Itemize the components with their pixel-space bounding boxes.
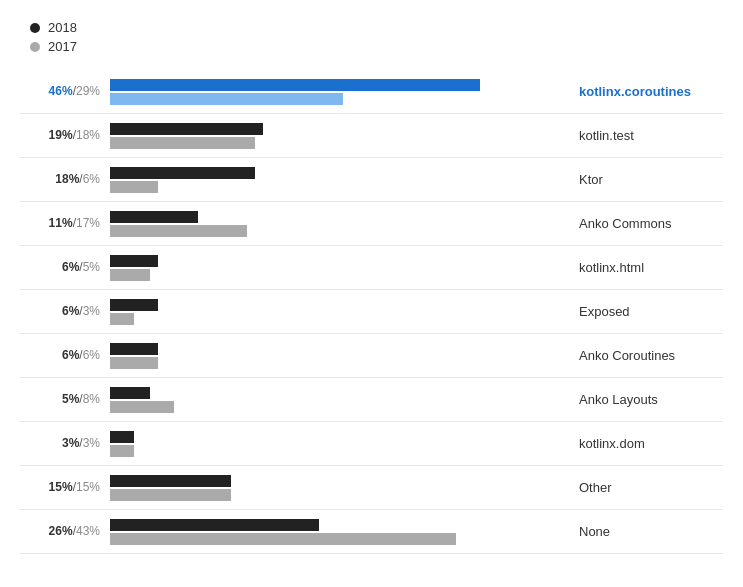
row-anko-layouts-bar-2018 [110, 387, 563, 399]
legend-2017-dot [30, 42, 40, 52]
row-kotlinx-dom-fill-2017 [110, 445, 134, 457]
row-none-label: 26%/43% [20, 524, 110, 538]
row-anko-layouts-fill-2017 [110, 401, 174, 413]
row-coroutines-fill-2017 [110, 93, 343, 105]
row-anko-commons-bar-2018 [110, 211, 563, 223]
row-anko-commons-bar-2017 [110, 225, 563, 237]
row-exposed-name: Exposed [563, 304, 723, 319]
row-coroutines-label: 46%/29% [20, 84, 110, 98]
row-anko-layouts-label: 5%/8% [20, 392, 110, 406]
row-kotlinx-dom-bar-2018 [110, 431, 563, 443]
row-anko-layouts-name: Anko Layouts [563, 392, 723, 407]
row-anko-coroutines-label: 6%/6% [20, 348, 110, 362]
row-kotlinx-html: 6%/5%kotlinx.html [20, 246, 723, 290]
row-none-bars [110, 510, 563, 553]
row-anko-coroutines-name: Anko Coroutines [563, 348, 723, 363]
row-ktor-label: 18%/6% [20, 172, 110, 186]
row-coroutines-bars [110, 70, 563, 113]
row-other-label: 15%/15% [20, 480, 110, 494]
legend-2018-dot [30, 23, 40, 33]
row-kotlin-test-bar-2018 [110, 123, 563, 135]
row-ktor-bar-2018 [110, 167, 563, 179]
row-ktor-fill-2017 [110, 181, 158, 193]
row-anko-layouts-bar-2017 [110, 401, 563, 413]
row-other-bar-2018 [110, 475, 563, 487]
row-none: 26%/43%None [20, 510, 723, 554]
row-kotlinx-dom-label: 3%/3% [20, 436, 110, 450]
legend-2018: 2018 [30, 20, 723, 35]
row-other-fill-2018 [110, 475, 231, 487]
row-kotlinx-html-bar-2018 [110, 255, 563, 267]
row-coroutines-fill-2018 [110, 79, 480, 91]
row-none-fill-2018 [110, 519, 319, 531]
row-kotlinx-html-name: kotlinx.html [563, 260, 723, 275]
row-anko-layouts-bars [110, 378, 563, 421]
row-kotlinx-dom-bars [110, 422, 563, 465]
row-kotlinx-html-label: 6%/5% [20, 260, 110, 274]
row-anko-coroutines-fill-2018 [110, 343, 158, 355]
legend-2017-label: 2017 [48, 39, 77, 54]
row-other-fill-2017 [110, 489, 231, 501]
row-none-bar-2017 [110, 533, 563, 545]
row-anko-commons-fill-2018 [110, 211, 198, 223]
row-kotlinx-html-fill-2018 [110, 255, 158, 267]
legend-2017: 2017 [30, 39, 723, 54]
row-anko-commons-label: 11%/17% [20, 216, 110, 230]
row-kotlinx-html-bars [110, 246, 563, 289]
row-coroutines-name: kotlinx.coroutines [563, 84, 723, 99]
row-other-bar-2017 [110, 489, 563, 501]
row-none-bar-2018 [110, 519, 563, 531]
row-kotlinx-dom-bar-2017 [110, 445, 563, 457]
row-kotlinx-dom-name: kotlinx.dom [563, 436, 723, 451]
row-anko-coroutines-bar-2017 [110, 357, 563, 369]
row-anko-layouts: 5%/8%Anko Layouts [20, 378, 723, 422]
row-ktor-fill-2018 [110, 167, 255, 179]
row-kotlin-test-fill-2018 [110, 123, 263, 135]
row-ktor-bars [110, 158, 563, 201]
row-anko-commons: 11%/17%Anko Commons [20, 202, 723, 246]
row-kotlin-test-fill-2017 [110, 137, 255, 149]
row-kotlin-test: 19%/18%kotlin.test [20, 114, 723, 158]
row-coroutines: 46%/29%kotlinx.coroutines [20, 70, 723, 114]
row-kotlin-test-name: kotlin.test [563, 128, 723, 143]
row-kotlinx-dom-fill-2018 [110, 431, 134, 443]
row-none-name: None [563, 524, 723, 539]
row-none-fill-2017 [110, 533, 456, 545]
row-anko-coroutines-bar-2018 [110, 343, 563, 355]
row-exposed-bars [110, 290, 563, 333]
row-anko-coroutines-bars [110, 334, 563, 377]
row-anko-coroutines-fill-2017 [110, 357, 158, 369]
row-coroutines-bar-2017 [110, 93, 563, 105]
row-kotlin-test-bar-2017 [110, 137, 563, 149]
chart-legend: 20182017 [30, 20, 723, 54]
row-exposed: 6%/3%Exposed [20, 290, 723, 334]
row-kotlin-test-bars [110, 114, 563, 157]
legend-2018-label: 2018 [48, 20, 77, 35]
row-other-name: Other [563, 480, 723, 495]
row-kotlinx-html-fill-2017 [110, 269, 150, 281]
row-other: 15%/15%Other [20, 466, 723, 510]
row-anko-commons-bars [110, 202, 563, 245]
row-ktor-name: Ktor [563, 172, 723, 187]
row-kotlin-test-label: 19%/18% [20, 128, 110, 142]
row-exposed-fill-2017 [110, 313, 134, 325]
row-exposed-bar-2018 [110, 299, 563, 311]
row-anko-coroutines: 6%/6%Anko Coroutines [20, 334, 723, 378]
row-coroutines-bar-2018 [110, 79, 563, 91]
row-kotlinx-dom: 3%/3%kotlinx.dom [20, 422, 723, 466]
row-anko-layouts-fill-2018 [110, 387, 150, 399]
row-anko-commons-fill-2017 [110, 225, 247, 237]
row-exposed-fill-2018 [110, 299, 158, 311]
row-kotlinx-html-bar-2017 [110, 269, 563, 281]
bar-chart: 46%/29%kotlinx.coroutines19%/18%kotlin.t… [20, 70, 723, 554]
row-ktor: 18%/6%Ktor [20, 158, 723, 202]
row-other-bars [110, 466, 563, 509]
row-exposed-label: 6%/3% [20, 304, 110, 318]
row-exposed-bar-2017 [110, 313, 563, 325]
row-ktor-bar-2017 [110, 181, 563, 193]
row-anko-commons-name: Anko Commons [563, 216, 723, 231]
